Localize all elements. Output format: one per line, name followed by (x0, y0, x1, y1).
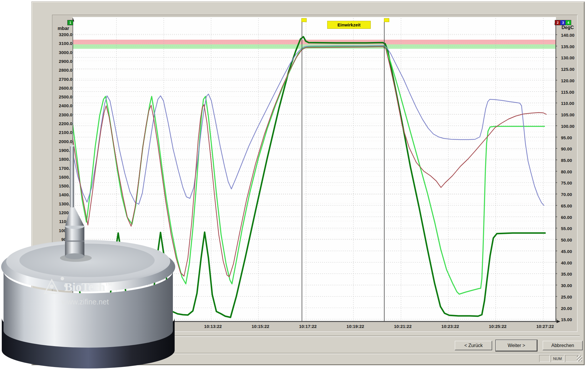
cursor-handle-right[interactable] (384, 18, 389, 22)
einwirkzeit-annotation: Einwirkzeit (327, 21, 371, 29)
back-button[interactable]: < Zurück (455, 341, 492, 350)
statusbar-pane-left (539, 355, 550, 362)
page: < Zurück Weiter > Abbrechen NUM mbar Deg… (0, 0, 588, 382)
next-button[interactable]: Weiter > (496, 340, 537, 351)
cancel-button[interactable]: Abbrechen (543, 341, 583, 350)
statusbar-num-indicator: NUM (551, 355, 564, 362)
channel-4-legend[interactable]: 4 (565, 20, 571, 25)
channel-1-legend[interactable]: 1 (67, 20, 73, 25)
brand-url: www.zifine.net (61, 298, 109, 306)
channel-3-legend[interactable]: 3 (560, 20, 566, 25)
datalogger-photo: BioTechTM www.zifine.net (0, 138, 188, 382)
resize-grip-icon[interactable] (577, 356, 582, 361)
channel-2-legend[interactable]: 2 (555, 20, 561, 25)
brand-text: BioTechTM (64, 280, 112, 294)
cursor-handle-left[interactable] (301, 18, 307, 22)
